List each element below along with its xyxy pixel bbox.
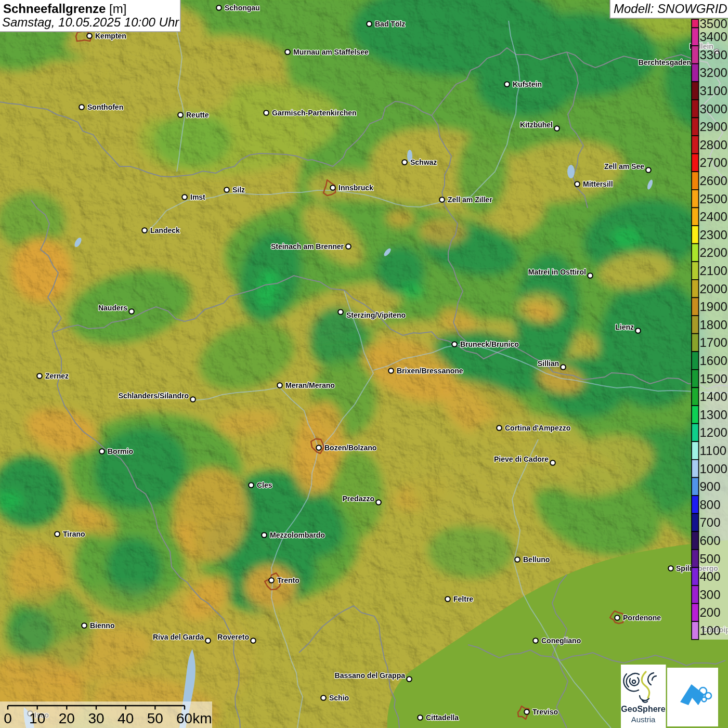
svg-text:Meran/Merano: Meran/Merano xyxy=(285,381,335,389)
svg-text:60km: 60km xyxy=(176,710,212,726)
svg-text:1300: 1300 xyxy=(700,408,727,422)
svg-text:Schneefallgrenze [m]: Schneefallgrenze [m] xyxy=(3,2,126,16)
svg-text:Kempten: Kempten xyxy=(95,32,126,40)
svg-text:Pieve di Cadore: Pieve di Cadore xyxy=(494,455,549,463)
svg-text:Nauders: Nauders xyxy=(98,304,127,312)
svg-text:1500: 1500 xyxy=(700,372,727,386)
svg-text:Cles: Cles xyxy=(257,481,272,489)
svg-text:Silz: Silz xyxy=(232,186,245,194)
svg-text:Bormio: Bormio xyxy=(108,447,133,456)
svg-text:Sterzing/Vipiteno: Sterzing/Vipiteno xyxy=(346,311,406,319)
svg-text:Bozen/Bolzano: Bozen/Bolzano xyxy=(324,444,376,452)
svg-text:Belluno: Belluno xyxy=(523,555,550,564)
svg-text:0: 0 xyxy=(4,710,12,726)
svg-text:1800: 1800 xyxy=(700,318,727,332)
svg-text:Trento: Trento xyxy=(277,576,300,584)
svg-text:2000: 2000 xyxy=(700,282,727,296)
svg-text:Cortina d'Ampezzo: Cortina d'Ampezzo xyxy=(505,424,570,432)
svg-text:Pordenone: Pordenone xyxy=(623,614,661,622)
svg-text:Bruneck/Brunico: Bruneck/Brunico xyxy=(460,340,519,348)
svg-text:Steinach am Brenner: Steinach am Brenner xyxy=(271,242,344,251)
svg-text:3000: 3000 xyxy=(700,102,727,116)
svg-text:Sillian: Sillian xyxy=(538,359,559,368)
svg-text:Schlanders/Silandro: Schlanders/Silandro xyxy=(119,392,189,400)
svg-text:2600: 2600 xyxy=(700,174,727,188)
svg-text:1400: 1400 xyxy=(700,389,727,404)
svg-text:Mittersill: Mittersill xyxy=(583,180,613,188)
svg-text:2800: 2800 xyxy=(700,138,727,152)
svg-text:Schwaz: Schwaz xyxy=(410,158,437,166)
svg-text:Rovereto: Rovereto xyxy=(217,633,249,641)
svg-text:Bienno: Bienno xyxy=(90,621,114,630)
svg-text:Bad Tölz: Bad Tölz xyxy=(375,20,405,28)
svg-text:GeoSphere: GeoSphere xyxy=(621,705,665,713)
svg-text:Berchtesgaden: Berchtesgaden xyxy=(639,58,691,67)
svg-text:Modell: SNOWGRID: Modell: SNOWGRID xyxy=(614,2,727,16)
svg-text:3100: 3100 xyxy=(700,84,727,98)
svg-text:Tirano: Tirano xyxy=(63,530,85,538)
svg-text:2200: 2200 xyxy=(700,245,727,259)
svg-text:2700: 2700 xyxy=(700,155,727,170)
svg-text:2100: 2100 xyxy=(700,264,727,278)
svg-text:2400: 2400 xyxy=(700,210,727,224)
svg-text:400: 400 xyxy=(700,569,721,583)
svg-text:Kitzbühel: Kitzbühel xyxy=(520,121,553,129)
svg-text:Brixen/Bressanone: Brixen/Bressanone xyxy=(397,367,463,375)
svg-text:10: 10 xyxy=(29,710,45,726)
svg-text:Innsbruck: Innsbruck xyxy=(339,184,373,192)
svg-text:300: 300 xyxy=(700,588,721,602)
svg-text:2300: 2300 xyxy=(700,228,727,242)
svg-text:700: 700 xyxy=(700,515,721,529)
svg-text:Schio: Schio xyxy=(329,694,349,702)
svg-text:Matrei in Osttirol: Matrei in Osttirol xyxy=(528,268,586,276)
svg-text:1200: 1200 xyxy=(700,425,727,439)
svg-text:1000: 1000 xyxy=(700,462,727,476)
svg-text:200: 200 xyxy=(700,605,721,619)
svg-text:Zernez: Zernez xyxy=(45,372,69,380)
svg-text:Riva del Garda: Riva del Garda xyxy=(153,633,204,641)
svg-text:500: 500 xyxy=(700,552,721,566)
svg-text:Conegliano: Conegliano xyxy=(541,636,581,645)
svg-text:1900: 1900 xyxy=(700,300,727,314)
svg-text:40: 40 xyxy=(118,710,134,726)
svg-text:800: 800 xyxy=(700,498,721,512)
svg-text:2900: 2900 xyxy=(700,120,727,134)
svg-text:Reutte: Reutte xyxy=(186,111,209,119)
svg-text:Mezzolombardo: Mezzolombardo xyxy=(270,531,325,539)
svg-text:2500: 2500 xyxy=(700,192,727,206)
svg-text:30: 30 xyxy=(88,710,104,726)
svg-text:50: 50 xyxy=(147,710,163,726)
svg-text:1100: 1100 xyxy=(700,444,727,458)
svg-text:Cittadella: Cittadella xyxy=(426,713,459,722)
svg-text:Feltre: Feltre xyxy=(453,595,473,603)
svg-text:Landeck: Landeck xyxy=(150,226,180,235)
svg-text:Predazzo: Predazzo xyxy=(343,495,374,503)
svg-text:Samstag, 10.05.2025 10:00 Uhr: Samstag, 10.05.2025 10:00 Uhr xyxy=(2,15,179,29)
svg-text:20: 20 xyxy=(59,710,75,726)
svg-text:100: 100 xyxy=(700,623,721,638)
svg-text:Garmisch-Partenkirchen: Garmisch-Partenkirchen xyxy=(272,109,357,117)
svg-text:3200: 3200 xyxy=(700,66,727,80)
svg-text:Austria: Austria xyxy=(631,715,656,724)
svg-text:Schongau: Schongau xyxy=(225,4,260,12)
svg-text:600: 600 xyxy=(700,534,721,548)
svg-text:3300: 3300 xyxy=(700,48,727,62)
svg-text:Treviso: Treviso xyxy=(532,708,558,716)
svg-text:Zell am See: Zell am See xyxy=(604,162,644,171)
svg-text:Sonthofen: Sonthofen xyxy=(87,103,123,111)
svg-text:900: 900 xyxy=(700,479,721,493)
svg-text:1700: 1700 xyxy=(700,335,727,349)
svg-text:Kufstein: Kufstein xyxy=(513,80,542,88)
svg-text:Imst: Imst xyxy=(190,193,205,201)
svg-text:Zell am Ziller: Zell am Ziller xyxy=(448,196,492,204)
svg-text:Lienz: Lienz xyxy=(615,323,634,331)
svg-text:1600: 1600 xyxy=(700,354,727,368)
svg-text:Murnau am Staffelsee: Murnau am Staffelsee xyxy=(293,48,369,56)
svg-text:Bassano del Grappa: Bassano del Grappa xyxy=(335,671,406,680)
svg-text:3400: 3400 xyxy=(700,30,727,44)
